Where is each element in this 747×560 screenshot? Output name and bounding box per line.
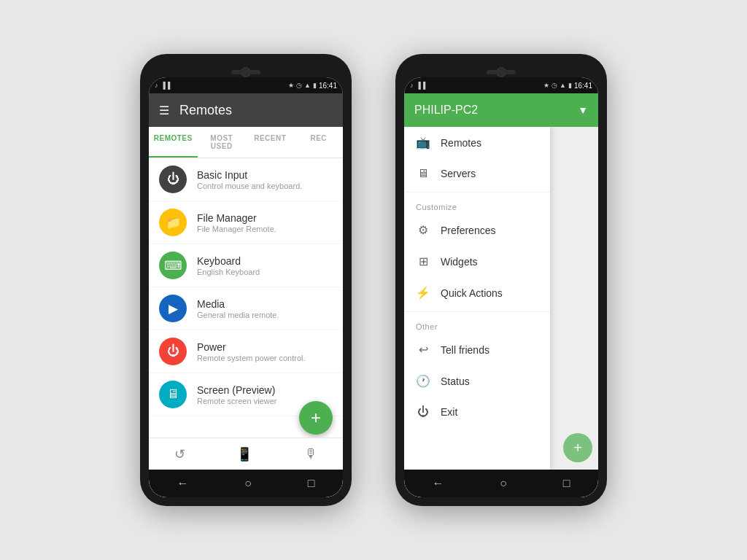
list-item[interactable]: ⌨ Keyboard English Keyboard: [149, 244, 343, 287]
drawer-quick-actions-label: Quick Actions: [441, 287, 503, 299]
media-icon: ▶: [159, 295, 187, 322]
alarm-icon: ◷: [296, 82, 302, 89]
basic-input-info: Basic Input Control mouse and keyboard.: [197, 169, 333, 190]
back-button-2[interactable]: ←: [432, 477, 444, 490]
battery-icon-2: ▮: [568, 82, 572, 89]
status-bar-left: ♪ ▐▐: [155, 82, 170, 89]
basic-input-name: Basic Input: [197, 169, 333, 181]
drawer-divider-2: [404, 311, 550, 312]
home-button-2[interactable]: ○: [500, 477, 507, 490]
keyboard-info: Keyboard English Keyboard: [197, 255, 333, 276]
widgets-icon: ⊞: [416, 254, 430, 268]
drawer-item-tell-friends[interactable]: ↩ Tell friends: [404, 334, 550, 365]
drawer-tell-friends-label: Tell friends: [441, 344, 489, 356]
hamburger-icon[interactable]: ☰: [159, 104, 169, 117]
tell-friends-icon: ↩: [416, 343, 430, 357]
list-item[interactable]: 📁 File Manager File Manager Remote.: [149, 201, 343, 244]
drawer-item-quick-actions[interactable]: ⚡ Quick Actions: [404, 277, 550, 308]
keyboard-icon: ⌨: [159, 252, 187, 279]
mic-icon[interactable]: 🎙: [304, 446, 317, 462]
phone-1-screen: ♪ ▐▐ ★ ◷ ▲ ▮ 16:41 ☰ Remotes REMOTES MOS…: [149, 77, 343, 497]
wifi-icon: ▲: [304, 82, 311, 89]
media-info: Media General media remote.: [197, 298, 333, 319]
drawer-preferences-label: Preferences: [441, 225, 495, 236]
drawer-remotes-label: Remotes: [441, 137, 481, 149]
status-bar-2: ♪ ▐▐ ★ ◷ ▲ ▮ 16:41: [404, 77, 598, 93]
time-display-2: 16:41: [574, 82, 592, 90]
list-item[interactable]: ⏻ Basic Input Control mouse and keyboard…: [149, 158, 343, 201]
pause-icon-2: ▐▐: [417, 82, 426, 89]
power-desc: Remote system power control.: [197, 354, 333, 362]
file-manager-info: File Manager File Manager Remote.: [197, 212, 333, 233]
dropdown-arrow-icon[interactable]: ▼: [578, 104, 588, 116]
bluetooth-icon: ★: [288, 82, 294, 89]
drawer-item-widgets[interactable]: ⊞ Widgets: [404, 246, 550, 277]
basic-input-icon: ⏻: [159, 166, 187, 193]
power-name: Power: [197, 341, 333, 353]
drawer-item-exit[interactable]: ⏻ Exit: [404, 397, 550, 427]
app-bar-1: ☰ Remotes: [149, 93, 343, 127]
spotify-icon-2: ♪: [410, 82, 414, 89]
screen-name: Screen (Preview): [197, 384, 333, 396]
recents-button-2[interactable]: □: [563, 477, 570, 490]
quick-actions-icon: ⚡: [416, 286, 430, 300]
speaker-2: [487, 70, 516, 74]
status-bar-2-left: ♪ ▐▐: [410, 82, 425, 89]
alarm-icon-2: ◷: [551, 82, 557, 89]
phone-2: ♪ ▐▐ ★ ◷ ▲ ▮ 16:41 PHILIP-PC2 ▼ 📺 Remote…: [395, 54, 607, 506]
time-display: 16:41: [319, 82, 337, 90]
drawer-item-remotes[interactable]: 📺 Remotes: [404, 127, 550, 158]
tab-most-used[interactable]: MOST USED: [198, 127, 247, 158]
drawer-divider-1: [404, 192, 550, 192]
file-manager-desc: File Manager Remote.: [197, 225, 333, 233]
list-item[interactable]: ⏻ Power Remote system power control.: [149, 330, 343, 373]
bluetooth-icon-2: ★: [543, 82, 549, 89]
status-bar-right: ★ ◷ ▲ ▮ 16:41: [288, 82, 337, 90]
navigation-drawer: 📺 Remotes 🖥 Servers Customize ⚙ Preferen…: [404, 127, 550, 470]
status-icon: 🕐: [416, 374, 430, 388]
power-icon: ⏻: [159, 338, 187, 365]
nav-bar-1: ← ○ □: [149, 470, 343, 497]
media-name: Media: [197, 298, 333, 310]
phone-1: ♪ ▐▐ ★ ◷ ▲ ▮ 16:41 ☰ Remotes REMOTES MOS…: [140, 54, 352, 506]
file-manager-name: File Manager: [197, 212, 333, 224]
power-info: Power Remote system power control.: [197, 341, 333, 362]
drawer-item-preferences[interactable]: ⚙ Preferences: [404, 214, 550, 246]
phone-2-screen: ♪ ▐▐ ★ ◷ ▲ ▮ 16:41 PHILIP-PC2 ▼ 📺 Remote…: [404, 77, 598, 497]
status-bar-2-right: ★ ◷ ▲ ▮ 16:41: [543, 82, 592, 90]
back-button[interactable]: ←: [177, 477, 188, 490]
screen-icon: 🖥: [159, 381, 187, 408]
recents-button[interactable]: □: [308, 477, 315, 490]
fab-plus-icon: +: [311, 408, 321, 428]
tab-recent[interactable]: RECENT: [246, 127, 295, 158]
preferences-icon: ⚙: [416, 223, 430, 237]
behind-drawer-area: +: [550, 127, 598, 470]
behind-fab-button: +: [563, 433, 592, 462]
drawer-servers-label: Servers: [441, 168, 476, 179]
speaker: [231, 70, 260, 74]
drawer-content: 📺 Remotes 🖥 Servers Customize ⚙ Preferen…: [404, 127, 598, 470]
app-bar-2: PHILIP-PC2 ▼: [404, 93, 598, 127]
drawer-exit-label: Exit: [441, 406, 457, 418]
drawer-item-servers[interactable]: 🖥 Servers: [404, 158, 550, 189]
spotify-icon: ♪: [155, 82, 158, 89]
battery-icon: ▮: [313, 82, 317, 89]
bottom-toolbar: ↺ 📱 🎙: [149, 438, 343, 470]
servers-drawer-icon: 🖥: [416, 167, 430, 180]
tab-rec[interactable]: REC: [295, 127, 344, 158]
keyboard-name: Keyboard: [197, 255, 333, 267]
vibrate-icon[interactable]: 📱: [236, 446, 252, 462]
home-button[interactable]: ○: [244, 477, 252, 490]
fab-button[interactable]: +: [299, 401, 333, 435]
pause-icon: ▐▐: [161, 82, 171, 89]
list-item[interactable]: ▶ Media General media remote.: [149, 287, 343, 330]
remote-list: ⏻ Basic Input Control mouse and keyboard…: [149, 158, 343, 438]
drawer-widgets-label: Widgets: [441, 256, 478, 268]
status-bar-1: ♪ ▐▐ ★ ◷ ▲ ▮ 16:41: [149, 77, 343, 93]
drawer-item-status[interactable]: 🕐 Status: [404, 365, 550, 397]
file-manager-icon: 📁: [159, 209, 187, 236]
basic-input-desc: Control mouse and keyboard.: [197, 182, 333, 190]
tab-remotes[interactable]: REMOTES: [149, 127, 198, 158]
refresh-icon[interactable]: ↺: [174, 446, 185, 462]
other-label: Other: [404, 315, 550, 334]
